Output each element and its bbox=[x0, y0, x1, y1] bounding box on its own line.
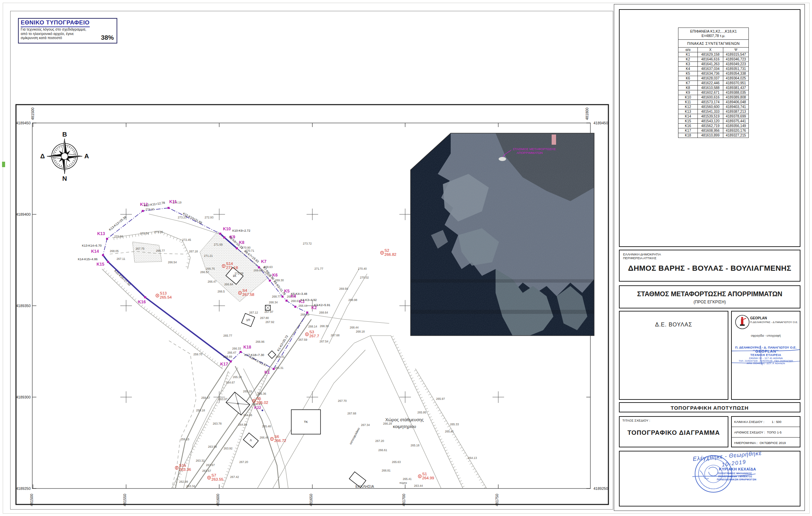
elevation-label: 267.92 bbox=[265, 320, 274, 324]
district-box: Δ.Ε. ΒΟΥΛΑΣ bbox=[619, 311, 728, 400]
parcel-line bbox=[354, 336, 391, 343]
elevation-label: 265.77 bbox=[223, 334, 232, 337]
elevation-label: 263.97 bbox=[219, 397, 227, 401]
drawing-title-label: ΤΙΤΛΟΣ ΣΧΕΔΙΟΥ : bbox=[622, 419, 650, 422]
boundary-vertex bbox=[294, 306, 296, 308]
elevation-label: 271.21 bbox=[204, 254, 213, 257]
k-point-label: K22 bbox=[254, 406, 261, 410]
elevation-label: 263.57 bbox=[202, 469, 211, 473]
s-point-elevation: 266.72 bbox=[274, 439, 286, 443]
elevation-label: 267.59 bbox=[298, 338, 307, 341]
elevation-label: 266.33 bbox=[232, 347, 241, 350]
k-distance-label: K15-K16=27.50 bbox=[114, 269, 131, 286]
elevation-label: 267.75 bbox=[136, 247, 144, 250]
k-distance-label: K18-K1=21.67 bbox=[249, 355, 268, 367]
round-official-stamp bbox=[620, 451, 801, 507]
boundary-vertex bbox=[258, 266, 260, 268]
company-name-block: GEOPLAN Π.ΔΕΛΗΚΟΥΡΑΣ - Δ.ΠΑΝΑΓΙΩΤΟΥ Ο.Ε. bbox=[750, 316, 798, 324]
k-point-label: K14 bbox=[91, 249, 99, 254]
boundary-vertex bbox=[269, 280, 271, 282]
elevation-label: 259.18 bbox=[196, 409, 205, 412]
k-point-label: K13 bbox=[97, 231, 105, 236]
s-point-id: S1 bbox=[422, 472, 427, 476]
elevation-label: 266.75 bbox=[206, 267, 215, 270]
elevation-label: 267.20 bbox=[375, 439, 384, 443]
elevation-label: 265.63 bbox=[392, 460, 401, 464]
building bbox=[265, 305, 271, 310]
elevation-label: 273.05 bbox=[154, 230, 163, 234]
elevation-label: 263.67 bbox=[206, 463, 215, 467]
section-band: ΤΟΠΟΓΡΑΦΙΚΗ ΑΠΟΤΥΠΩΣΗ bbox=[619, 402, 800, 412]
s-point-id: S13 bbox=[160, 291, 167, 295]
inset-annotation: ΑΠΟΡΡΙΜΜΑΤΩΝ bbox=[517, 151, 543, 155]
boundary-vertex bbox=[107, 261, 109, 263]
grid-x-label: 481650 bbox=[309, 494, 313, 506]
map-text: πόρτα bbox=[399, 481, 407, 484]
elevation-label: 266.44 bbox=[260, 436, 269, 439]
project-title: ΣΤΑΘΜΟΣ ΜΕΤΑΦΟΡΤΩΣΗΣ ΑΠΟΡΡΙΜΜΑΤΩΝ bbox=[620, 290, 800, 298]
elevation-label: 266.5 bbox=[218, 290, 225, 293]
coordinate-row: Κ9481602,6714189388,035 bbox=[678, 90, 749, 95]
parcel-line bbox=[243, 369, 288, 488]
drawing-title-box: ΤΙΤΛΟΣ ΣΧΕΔΙΟΥ : ΤΟΠΟΓΡΑΦΙΚΟ ΔΙΑΓΡΑΜΜΑ bbox=[619, 416, 728, 447]
grid-x-label: 481750 bbox=[495, 494, 499, 506]
elevation-label: 271.08 bbox=[235, 272, 243, 275]
coordinate-row: Κ12481560,6004189403,741 bbox=[678, 105, 749, 109]
coordinate-row: Κ18481610,8994189327,215 bbox=[678, 133, 749, 138]
compass-east-label: Α bbox=[84, 153, 89, 160]
grid-y-label: 4189450 bbox=[16, 121, 31, 125]
s-point-elevation: 263.55 bbox=[211, 477, 223, 481]
municipality-title: ΔΗΜΟΣ ΒΑΡΗΣ - ΒΟΥΛΑΣ - ΒΟΥΛΙΑΓΜΕΝΗΣ bbox=[620, 264, 800, 273]
elevation-label: 267.42 bbox=[230, 475, 239, 479]
compass-south-label: Ν bbox=[62, 175, 67, 182]
boundary-vertex bbox=[223, 236, 225, 238]
coordinate-row: Κ14481539,5194189378,699 bbox=[678, 114, 749, 119]
elevation-label: 263.58 bbox=[208, 445, 217, 448]
grid-y-label: 4189450 bbox=[593, 121, 608, 125]
coordinates-table: ΕΠΙΦΑΝΕΙΑ Κ1,Κ2,...,Κ18,Κ1Ε=4807,78 τ.μ.… bbox=[678, 28, 749, 138]
s-point-elevation: 271.18 bbox=[226, 266, 238, 270]
elevation-label: 270.40 bbox=[358, 267, 367, 270]
elevation-label: 267.80 bbox=[260, 316, 269, 320]
s-point-elevation: 266.82 bbox=[384, 252, 396, 256]
elevation-label: 266.89 bbox=[223, 355, 232, 358]
table-title: ΠΙΝΑΚΑΣ ΣΥΝΤΕΤΑΓΜΕΝΩΝ bbox=[678, 40, 749, 48]
s-point-elevation: 264.99 bbox=[422, 476, 434, 480]
grid-y-label: 4189400 bbox=[16, 212, 31, 216]
boundary-vertex bbox=[281, 296, 283, 298]
elevation-label: 267.12 bbox=[249, 311, 258, 314]
elevation-label: 272.45 bbox=[182, 238, 191, 242]
elevation-label: 263.92 bbox=[224, 447, 232, 450]
elevation-label: 274.20 bbox=[145, 208, 154, 211]
coordinate-row: Κ16481562,7194189356,149 bbox=[678, 124, 749, 128]
elevation-label: 268.34 bbox=[269, 301, 278, 304]
column-header: α/α bbox=[678, 48, 698, 52]
building bbox=[268, 351, 276, 359]
column-header: Ψ bbox=[723, 48, 749, 52]
elevation-label: 271.77 bbox=[314, 267, 323, 270]
column-header: Χ bbox=[698, 48, 723, 52]
section-title: ΤΟΠΟΓΡΑΦΙΚΗ ΑΠΟΤΥΠΩΣΗ bbox=[620, 405, 800, 411]
s-point-id: S4 bbox=[242, 288, 247, 292]
parcel-line bbox=[309, 314, 389, 323]
grid-x-label: 481700 bbox=[402, 494, 406, 506]
k-distance-label: K13-K14=6.70 bbox=[82, 244, 102, 247]
property-boundary-K1-K18 bbox=[102, 207, 308, 370]
elevation-label: 264.29 bbox=[238, 423, 247, 426]
boundary-vertex bbox=[168, 207, 170, 209]
k-distance-label: K5-K4=3.48 bbox=[291, 292, 307, 296]
elevation-label: 266.84 bbox=[224, 283, 233, 286]
elevation-label: 266.47 bbox=[208, 280, 217, 283]
project-box: ΣΤΑΘΜΟΣ ΜΕΤΑΦΟΡΤΩΣΗΣ ΑΠΟΡΡΙΜΜΑΤΩΝ (ΠΡΟΣ … bbox=[619, 285, 800, 308]
project-status: (ΠΡΟΣ ΕΓΚΡΙΣΗ) bbox=[620, 300, 800, 304]
k-distance-label: K4-K3=4.92 bbox=[300, 298, 317, 302]
elevation-label: 268.18 bbox=[356, 330, 365, 333]
elevation-label: 266.31 bbox=[275, 366, 283, 370]
surface-header: ΕΠΙΦΑΝΕΙΑ Κ1,Κ2,...,Κ18,Κ1Ε=4807,78 τ.μ. bbox=[678, 28, 749, 40]
map-text: Χώρος στάθμευσης bbox=[385, 417, 424, 422]
elevation-label: 267.20 bbox=[239, 460, 248, 464]
elevation-label: 265.41 bbox=[403, 477, 412, 481]
building-label: Λ bbox=[237, 402, 239, 405]
coordinate-row: Κ5481634,7364189354,338 bbox=[678, 71, 749, 76]
elevation-label: 262.99 bbox=[179, 480, 188, 483]
